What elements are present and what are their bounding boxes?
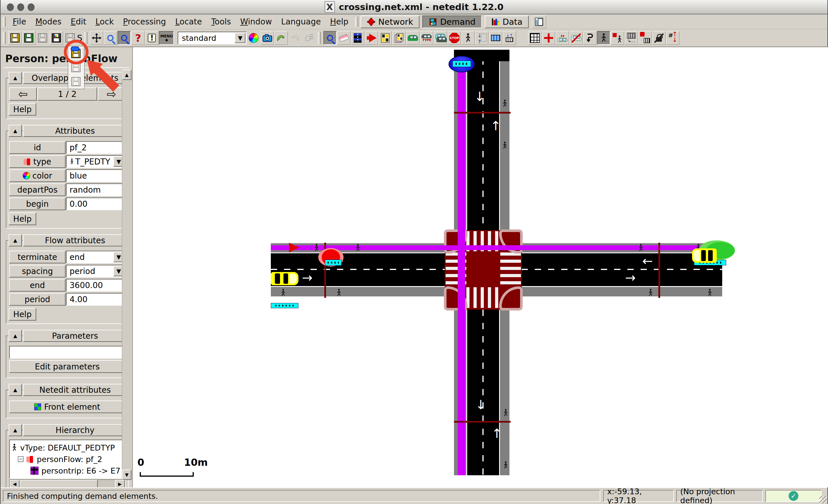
hierarchy-collapse-button[interactable]: ▲ — [9, 424, 22, 436]
crosswalk-south[interactable] — [466, 287, 500, 308]
flow-help-button[interactable]: Help — [9, 308, 36, 321]
menu-window[interactable]: Window — [236, 15, 276, 28]
window-controls[interactable] — [7, 3, 35, 11]
hierarchy-title[interactable]: Hierarchy — [23, 424, 127, 436]
save-network-button[interactable] — [36, 31, 49, 45]
resize-grip[interactable] — [819, 496, 827, 503]
grid-toggle-button[interactable] — [528, 31, 541, 45]
person-plans-toggle-button[interactable]: ... — [597, 31, 610, 45]
junction[interactable] — [445, 230, 522, 310]
type-combobox[interactable]: T_PEDTY ▼ — [66, 155, 125, 168]
view-preset-combobox[interactable]: standard ▼ — [178, 32, 247, 44]
supermode-network-button[interactable]: Network — [361, 15, 419, 28]
toolbar-grip-3[interactable] — [318, 32, 321, 44]
next-element-button[interactable]: ⇨ — [98, 87, 125, 100]
previous-element-button[interactable]: ⇦ — [9, 87, 37, 100]
id-input[interactable]: pf_2 — [66, 141, 125, 154]
move-mode-button[interactable] — [365, 31, 378, 45]
netedit-title[interactable]: Netedit attributes — [23, 384, 127, 396]
menu-edit[interactable]: Edit — [66, 15, 91, 28]
save-sumoconfig-button[interactable] — [22, 31, 35, 45]
menu-hamburger-button[interactable]: MENU◆ — [159, 31, 174, 45]
begin-label-button[interactable]: begin — [9, 198, 66, 210]
hide-non-inspected-toggle-button[interactable] — [570, 31, 583, 45]
network-canvas[interactable]: ↓ ↑ ↓ ↑ ← → ← → — [133, 47, 828, 487]
attributes-collapse-button[interactable]: ▲ — [9, 125, 22, 137]
lock-routes-toggle-button[interactable] — [638, 31, 652, 45]
overlapped-collapse-button[interactable]: ▲ — [9, 72, 22, 84]
panel-vscrollbar[interactable]: ▲ ▼ — [122, 70, 132, 480]
tree-item-persontrip[interactable]: persontrip: E6 -> E7 — [11, 465, 125, 476]
recenter-view-button[interactable] — [90, 31, 103, 45]
pointer-search-button[interactable] — [118, 31, 131, 45]
parameters-collapse-button[interactable]: ▲ — [9, 330, 22, 342]
person-plan-mode-button[interactable]: ↓↑ — [475, 31, 489, 45]
netedit-collapse-button[interactable]: ▲ — [9, 384, 22, 396]
end-label-button[interactable]: end — [9, 279, 66, 292]
supermode-demand-button[interactable]: Demand — [422, 15, 482, 28]
color-label-button[interactable]: color — [9, 169, 66, 182]
period-input[interactable]: 4.00 — [66, 293, 125, 306]
terminate-combobox[interactable]: end ▼ — [66, 251, 125, 263]
terminate-label-button[interactable]: terminate — [9, 251, 66, 263]
vehicle-yellow-west[interactable] — [271, 272, 298, 285]
period-label-button[interactable]: period — [9, 293, 66, 306]
container-plan-mode-button[interactable]: ↓↑ — [503, 31, 516, 45]
show-trips-toggle-button[interactable] — [583, 31, 596, 45]
view-preset-dropdown-button[interactable]: ▼ — [235, 33, 246, 43]
departpos-input[interactable]: random — [66, 183, 125, 196]
person-mode-button[interactable] — [461, 31, 475, 45]
walkingarea-br[interactable] — [499, 286, 523, 310]
menu-help[interactable]: Help — [325, 15, 353, 28]
save-neteditconfig-button[interactable] — [8, 31, 22, 45]
toggle-frames-button[interactable] — [532, 15, 546, 28]
parameters-title[interactable]: Parameters — [23, 330, 127, 342]
type-label-button[interactable]: type — [9, 155, 66, 168]
color-input[interactable]: blue — [66, 169, 125, 182]
help-button[interactable]: ? — [131, 31, 144, 45]
vscroll-up-button[interactable]: ▲ — [122, 70, 131, 80]
save-more-button[interactable] — [64, 31, 77, 45]
color-scheme-button[interactable] — [247, 31, 260, 45]
messages-button[interactable]: ! — [145, 31, 158, 45]
menu-tools[interactable]: Tools — [206, 15, 236, 28]
vehicle-yellow-east[interactable] — [692, 248, 717, 263]
hscroll-thumb[interactable] — [19, 480, 98, 488]
route-line-horizontal[interactable] — [271, 245, 722, 250]
spacing-combobox[interactable]: period ▼ — [66, 265, 125, 278]
hierarchy-tree[interactable]: vType: DEFAULT_PEDTYP − personFlow: pf_2… — [9, 439, 125, 479]
container-mode-button[interactable] — [489, 31, 502, 45]
toolbar-grip-2[interactable] — [85, 32, 87, 44]
hscroll-left-button[interactable]: ◀ — [10, 480, 19, 488]
overlapped-help-button[interactable]: Help — [9, 103, 36, 116]
menubar-grip[interactable] — [3, 17, 6, 27]
departpos-label-button[interactable]: departPos — [9, 183, 66, 196]
begin-input[interactable]: 0.00 — [66, 198, 125, 210]
flow-title[interactable]: Flow attributes — [23, 234, 127, 246]
type-mode-button[interactable]: TYPE — [420, 31, 433, 45]
menu-processing[interactable]: Processing — [118, 15, 171, 28]
lock-person-toggle-button[interactable] — [611, 31, 624, 45]
route-distribution-mode-button[interactable] — [392, 31, 406, 45]
supermode-grip[interactable] — [355, 17, 358, 27]
front-element-button[interactable]: Front element — [9, 401, 125, 413]
menu-modes[interactable]: Modes — [31, 15, 66, 28]
screenshot-button[interactable] — [261, 31, 274, 45]
save-demand-elements-button[interactable] — [69, 47, 83, 60]
id-label-button[interactable]: id — [9, 141, 66, 154]
title-bar[interactable]: X crossing.net.xml - netedit 1.22.0 — [1, 0, 827, 14]
supermode-data-button[interactable]: Data — [485, 15, 529, 28]
overlapped-routes-toggle-button[interactable]: # ↑↓ — [666, 31, 679, 45]
route-mode-button[interactable] — [379, 31, 392, 45]
menu-file[interactable]: File — [8, 15, 31, 28]
end-input[interactable]: 3600.00 — [66, 279, 125, 292]
crosswalk-east[interactable] — [500, 252, 521, 286]
hide-lock-toggle-button[interactable] — [652, 31, 666, 45]
junction-shape-toggle-button[interactable] — [542, 31, 555, 45]
tree-collapse-box[interactable]: − — [18, 456, 24, 462]
save-data-elements-button[interactable] — [69, 61, 83, 75]
spread-vehicles-toggle-button[interactable]: ↔ — [556, 31, 569, 45]
menu-lock[interactable]: Lock — [91, 15, 118, 28]
spacing-label-button[interactable]: spacing — [9, 265, 66, 278]
tree-item-personflow[interactable]: − personFlow: pf_2 — [11, 453, 125, 465]
